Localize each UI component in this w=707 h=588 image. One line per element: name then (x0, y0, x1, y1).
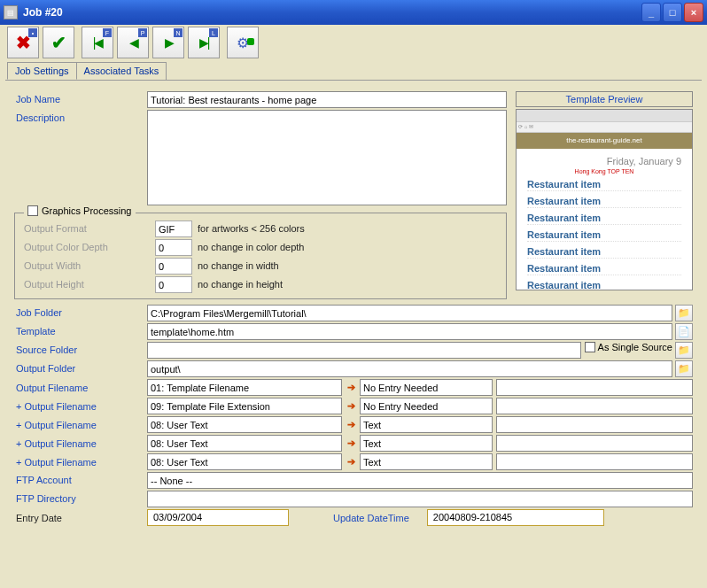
output-filename-1-text[interactable] (496, 398, 693, 414)
output-width-label: Output Width (22, 258, 155, 274)
accept-button[interactable]: ✔ (43, 27, 74, 58)
output-depth-input[interactable] (155, 239, 192, 256)
folder-icon: 📁 (678, 307, 690, 319)
graphics-processing-title: Graphics Processing (42, 205, 132, 216)
output-format-info: for artworks < 256 colors (192, 220, 310, 236)
minimize-button[interactable]: _ (641, 3, 661, 22)
template-preview-header: Template Preview (516, 91, 693, 107)
output-folder-label: Output Folder (14, 360, 147, 376)
app-icon: ▤ (4, 5, 18, 19)
arrow-icon: ➔ (342, 437, 360, 449)
output-filename-2-text[interactable] (496, 416, 693, 433)
tab-job-settings[interactable]: Job Settings (7, 62, 77, 80)
arrow-icon: ➔ (342, 456, 360, 468)
as-single-source-checkbox[interactable] (585, 342, 595, 352)
ftp-account-label: FTP Account (14, 472, 147, 488)
ftp-account-input[interactable] (147, 472, 693, 489)
output-folder-input[interactable] (147, 360, 672, 377)
last-icon: ▶| (199, 35, 209, 50)
template-browse-button[interactable]: 📄 (675, 323, 693, 340)
source-folder-input[interactable] (147, 342, 581, 359)
output-filename-1-entry[interactable] (360, 398, 493, 414)
output-height-label: Output Height (22, 276, 155, 292)
job-name-label: Job Name (14, 91, 147, 107)
template-label: Template (14, 323, 147, 339)
folder-icon: 📁 (678, 344, 690, 356)
check-icon: ✔ (51, 32, 66, 53)
first-record-button[interactable]: |◀F (82, 27, 113, 58)
template-input[interactable] (147, 323, 672, 340)
close-button[interactable]: × (684, 3, 703, 22)
arrow-icon: ➔ (342, 419, 360, 430)
titlebar: ▤ Job #20 _ □ × (0, 0, 707, 25)
cancel-button[interactable]: ✖• (7, 27, 39, 58)
next-record-button[interactable]: ▶N (152, 27, 184, 58)
output-filename-1-type[interactable] (147, 398, 342, 414)
output-filename-0-text[interactable] (496, 379, 693, 396)
folder-icon: 📁 (678, 363, 690, 375)
arrow-icon: ➔ (342, 382, 360, 393)
job-name-input[interactable] (147, 91, 507, 108)
output-filename-0-label: Output Filename (14, 380, 147, 396)
output-filename-0-entry[interactable] (360, 379, 493, 396)
as-single-source-label: As Single Source (598, 342, 672, 352)
output-width-info: no change in width (192, 258, 284, 274)
entry-date-label: Entry Date (14, 510, 147, 526)
output-width-input[interactable] (155, 258, 192, 275)
ftp-directory-input[interactable] (147, 491, 693, 507)
source-folder-browse-button[interactable]: 📁 (675, 342, 693, 359)
output-filename-4-label: + Output Filename (14, 454, 147, 470)
output-filename-1-label: + Output Filename (14, 398, 147, 414)
ftp-directory-label: FTP Directory (14, 491, 147, 507)
prev-icon: ◀ (129, 35, 137, 50)
content-panel: Job Name Description Graphics Processing… (5, 80, 702, 537)
output-format-input[interactable] (155, 220, 192, 237)
output-filename-4-entry[interactable] (360, 453, 493, 470)
output-filename-3-type[interactable] (147, 435, 342, 452)
arrow-icon: ➔ (342, 400, 360, 412)
run-settings-button[interactable]: ⚙ (227, 27, 259, 58)
last-record-button[interactable]: ▶|L (188, 27, 220, 58)
tab-bar: Job Settings Associated Tasks (0, 62, 707, 80)
output-depth-info: no change in color depth (192, 239, 309, 255)
update-datetime-value: 20040809-210845 (427, 509, 604, 526)
toolbar: ✖• ✔ |◀F ◀P ▶N ▶|L ⚙ (0, 25, 707, 60)
output-folder-browse-button[interactable]: 📁 (675, 360, 693, 377)
source-folder-label: Source Folder (14, 342, 147, 358)
maximize-button[interactable]: □ (663, 3, 682, 22)
output-filename-3-label: + Output Filename (14, 436, 147, 452)
prev-record-button[interactable]: ◀P (117, 27, 149, 58)
output-height-input[interactable] (155, 276, 192, 293)
update-datetime-label: Update DateTime (289, 510, 427, 526)
entry-date-value: 03/09/2004 (147, 509, 289, 526)
output-filename-0-type[interactable] (147, 379, 342, 396)
output-depth-label: Output Color Depth (22, 239, 155, 255)
output-filename-2-entry[interactable] (360, 416, 493, 433)
description-label: Description (14, 110, 147, 126)
output-height-info: no change in height (192, 276, 288, 292)
next-icon: ▶ (165, 35, 173, 50)
output-filename-2-label: + Output Filename (14, 417, 147, 433)
output-filename-4-text[interactable] (496, 453, 693, 470)
output-format-label: Output Format (22, 220, 155, 236)
window-title: Job #20 (23, 6, 640, 19)
output-filename-3-text[interactable] (496, 435, 693, 452)
description-textarea[interactable] (147, 110, 507, 205)
graphics-processing-checkbox[interactable] (27, 205, 38, 216)
graphics-processing-group: Graphics Processing Output Format for ar… (14, 213, 507, 299)
output-filename-3-entry[interactable] (360, 435, 493, 452)
job-folder-browse-button[interactable]: 📁 (675, 305, 693, 321)
gear-icon: ⚙ (237, 35, 249, 51)
output-filename-2-type[interactable] (147, 416, 342, 433)
first-icon: |◀ (93, 35, 103, 50)
template-preview: ⟳ ⌂ ✉ the-restaurant-guide.net Friday, J… (516, 109, 693, 290)
output-filename-4-type[interactable] (147, 453, 342, 470)
file-icon: 📄 (678, 326, 690, 337)
job-folder-input[interactable] (147, 305, 672, 321)
tab-associated-tasks[interactable]: Associated Tasks (76, 62, 167, 80)
job-folder-label: Job Folder (14, 305, 147, 321)
